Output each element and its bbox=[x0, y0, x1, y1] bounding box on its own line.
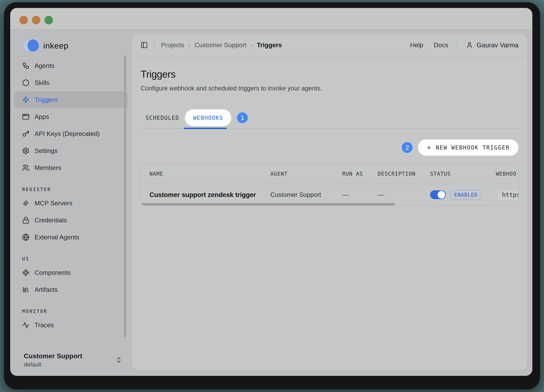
sidebar-item-agents[interactable]: Agents bbox=[14, 57, 128, 74]
close-window-button[interactable] bbox=[19, 16, 28, 24]
tab-webhooks[interactable]: WEBHOOKS bbox=[185, 109, 231, 126]
sidebar-item-mcp-servers[interactable]: MCP Servers bbox=[14, 195, 128, 212]
user-icon bbox=[466, 42, 473, 48]
breadcrumb-projects[interactable]: Projects bbox=[161, 41, 184, 49]
app-window-icon bbox=[22, 113, 30, 120]
breadcrumb-separator: › bbox=[189, 42, 190, 48]
table-header-row: NAME AGENT RUN AS DESCRIPTION STATUS WEB… bbox=[141, 164, 518, 184]
tab-scheduled[interactable]: SCHEDULED bbox=[146, 115, 179, 121]
activity-icon bbox=[22, 321, 30, 329]
sidebar-item-external-agents[interactable]: External Agents bbox=[14, 229, 128, 246]
breadcrumb-separator: › bbox=[251, 42, 253, 48]
minimize-window-button[interactable] bbox=[32, 16, 40, 24]
chevrons-up-down-icon bbox=[115, 356, 122, 363]
header-divider bbox=[457, 41, 457, 50]
project-name: Customer Support bbox=[24, 352, 82, 360]
header-divider bbox=[154, 41, 154, 50]
key-icon bbox=[22, 130, 30, 137]
sidebar-item-artifacts[interactable]: Artifacts bbox=[14, 281, 128, 298]
users-icon bbox=[22, 164, 30, 172]
sidebar-item-triggers[interactable]: Triggers bbox=[14, 91, 128, 108]
zap-icon bbox=[22, 96, 30, 103]
inkeep-logo: inkeep bbox=[10, 30, 132, 52]
user-menu[interactable]: Gaurav Varma bbox=[466, 41, 519, 49]
sidebar-section-ui: UI bbox=[22, 253, 132, 264]
app-body: inkeep Agents Skills Triggers Apps bbox=[10, 30, 532, 376]
new-webhook-trigger-button[interactable]: + NEW WEBHOOK TRIGGER bbox=[418, 139, 519, 156]
trigger-description: — bbox=[378, 191, 430, 198]
sidebar-item-settings[interactable]: Settings bbox=[14, 142, 128, 159]
sidebar-section-register: REGISTER bbox=[22, 184, 132, 195]
sidebar-item-api-keys[interactable]: API Keys (Deprecated) bbox=[14, 125, 128, 142]
column-header-description: DESCRIPTION bbox=[378, 171, 430, 177]
page-description: Configure webhook and scheduled triggers… bbox=[141, 85, 519, 92]
component-icon bbox=[22, 269, 30, 276]
zoom-window-button[interactable] bbox=[44, 16, 53, 24]
sidebar-item-skills[interactable]: Skills bbox=[14, 74, 128, 91]
titlebar bbox=[10, 8, 532, 30]
breadcrumb: Projects › Customer Support › Triggers bbox=[161, 41, 282, 49]
page-title: Triggers bbox=[141, 69, 519, 80]
column-header-run-as: RUN AS bbox=[342, 171, 378, 177]
workflow-icon bbox=[22, 62, 30, 69]
library-icon bbox=[22, 286, 30, 293]
webhook-url-chip[interactable]: https bbox=[497, 189, 519, 201]
trigger-agent: Customer Support bbox=[271, 191, 342, 198]
annotation-badge-1: 1 bbox=[237, 112, 248, 123]
sidebar: inkeep Agents Skills Triggers Apps bbox=[10, 30, 132, 376]
trigger-name: Customer support zendesk trigger bbox=[149, 191, 271, 199]
sidebar-item-members[interactable]: Members bbox=[14, 159, 128, 176]
actions-row: 2 + NEW WEBHOOK TRIGGER bbox=[141, 139, 519, 156]
globe-icon bbox=[22, 234, 30, 241]
lock-icon bbox=[22, 217, 30, 224]
user-name: Gaurav Varma bbox=[477, 41, 519, 49]
table-row[interactable]: Customer support zendesk trigger Custome… bbox=[141, 184, 518, 206]
inkeep-logo-text: inkeep bbox=[43, 41, 68, 50]
sidebar-item-components[interactable]: Components bbox=[14, 264, 128, 281]
status-toggle[interactable] bbox=[430, 190, 446, 199]
tab-underline bbox=[141, 128, 519, 129]
active-tab-indicator bbox=[184, 128, 227, 129]
column-header-name: NAME bbox=[149, 171, 271, 177]
breadcrumb-current: Triggers bbox=[257, 41, 282, 49]
sidebar-item-apps[interactable]: Apps bbox=[14, 108, 128, 125]
sidebar-item-credentials[interactable]: Credentials bbox=[14, 212, 128, 229]
table-horizontal-scrollbar[interactable] bbox=[141, 203, 395, 206]
toggle-knob bbox=[438, 191, 445, 199]
main-panel: Projects › Customer Support › Triggers H… bbox=[132, 34, 527, 370]
gear-icon bbox=[22, 147, 30, 154]
breadcrumb-project[interactable]: Customer Support bbox=[195, 41, 246, 49]
mcp-icon bbox=[22, 200, 30, 207]
trigger-status-cell: ENABLED bbox=[430, 190, 496, 199]
trigger-run-as: — bbox=[342, 191, 378, 198]
project-switcher[interactable]: Customer Support default bbox=[24, 352, 122, 368]
column-header-webhook-url: WEBHOO bbox=[496, 171, 518, 177]
status-badge: ENABLED bbox=[450, 190, 482, 199]
hexagon-icon bbox=[22, 79, 30, 86]
docs-link[interactable]: Docs bbox=[434, 41, 448, 49]
triggers-table: NAME AGENT RUN AS DESCRIPTION STATUS WEB… bbox=[141, 164, 519, 206]
inkeep-logo-icon bbox=[24, 39, 40, 52]
tabs: SCHEDULED WEBHOOKS 1 bbox=[141, 109, 519, 126]
sidebar-section-monitor: MONITOR bbox=[22, 306, 132, 317]
sidebar-toggle-icon[interactable] bbox=[141, 42, 148, 49]
column-header-agent: AGENT bbox=[271, 171, 342, 177]
sidebar-item-traces[interactable]: Traces bbox=[14, 317, 128, 334]
column-header-status: STATUS bbox=[430, 171, 496, 177]
plus-icon: + bbox=[427, 143, 432, 152]
project-environment: default bbox=[24, 361, 82, 368]
annotation-badge-2: 2 bbox=[402, 142, 413, 153]
app-window: inkeep Agents Skills Triggers Apps bbox=[10, 8, 532, 376]
sidebar-scrollbar[interactable] bbox=[124, 56, 126, 337]
help-link[interactable]: Help bbox=[410, 41, 423, 49]
breadcrumb-bar: Projects › Customer Support › Triggers H… bbox=[132, 34, 527, 56]
